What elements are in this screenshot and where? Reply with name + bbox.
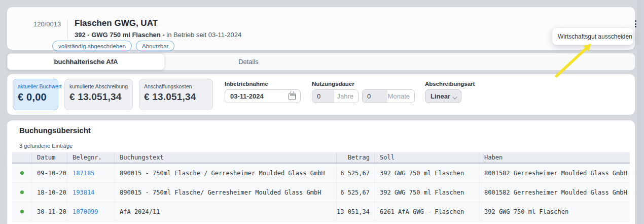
vertical-scrollbar[interactable] (637, 0, 644, 224)
tab-bar: buchhalterische AfA Details (7, 53, 635, 70)
bookings-panel: Buchungsübersicht 3 gefundene Einträge D… (7, 120, 635, 224)
cell-betrag: € 6 525,67 (336, 183, 374, 202)
depreciation-method-label: Abschreibungsart (425, 81, 475, 87)
cell-soll: 6261 AfA GWG - Flaschen (374, 202, 479, 221)
useful-life-years-field[interactable]: 0 Jahre (312, 89, 359, 103)
months-value: 0 (363, 90, 387, 103)
green-dot-icon (20, 210, 24, 213)
col-buchungstext: Buchungstext (114, 152, 336, 163)
bookings-count: 3 gefundene Einträge (19, 143, 73, 149)
cell-haben: 8001582 Gerresheimer Moulded Glass GmbH (479, 164, 630, 182)
asset-header-card: 120/0013 Flaschen GWG, UAT 392 - GWG 750… (7, 7, 635, 50)
asset-inservice-label: in Betrieb seit 03-11-2024 (165, 31, 242, 39)
page-title: Flaschen GWG, UAT (75, 18, 158, 28)
metric-label: Anschaffungskosten (144, 83, 208, 89)
document-link[interactable]: 187185 (73, 170, 94, 177)
commissioning-date-field[interactable]: 03-11-2024 (225, 89, 301, 103)
document-link[interactable]: 1070099 (73, 208, 98, 215)
metric-value: € 0,00 (18, 91, 54, 103)
calendar-icon[interactable] (289, 93, 296, 100)
badge-row: vollständig abgeschrieben Abnutzbar (52, 41, 174, 51)
asset-account-label: 392 - GWG 750 ml Flaschen - (75, 31, 165, 39)
status-badge-fully-depreciated: vollständig abgeschrieben (52, 41, 132, 51)
commissioning-date-label: Inbetriebnahme (225, 81, 268, 87)
col-datum: Datum (31, 152, 67, 163)
metric-acquisition-cost: Anschaffungskosten € 13.051,34 (139, 79, 213, 110)
col-belegnr: Belegnr. (67, 152, 114, 163)
col-soll: Soll (374, 152, 479, 163)
cell-soll: 392 GWG 750 ml Flaschen (374, 164, 479, 182)
asset-id: 120/0013 (33, 20, 61, 28)
cell-buchungstext: 890015 - 750ml Flasche/ Gerresheimer Mou… (114, 183, 336, 202)
context-menu: Wirtschaftsgut ausscheiden (552, 28, 633, 45)
green-dot-icon (20, 171, 24, 175)
cell-haben: 8001582 Gerresheimer Moulded Glass GmbH (479, 183, 630, 202)
menu-item-dispose-asset[interactable]: Wirtschaftsgut ausscheiden (552, 33, 633, 40)
metric-value: € 13.051,34 (69, 91, 128, 103)
cell-haben: 392 GWG 750 ml Flaschen (479, 202, 630, 221)
green-dot-icon (20, 190, 24, 194)
years-value: 0 (312, 90, 334, 103)
cell-datum: 09-10-2024 (31, 164, 67, 182)
chevron-down-icon (453, 94, 457, 99)
table-row[interactable]: 18-10-2024 193814 890015 - 750ml Flasche… (12, 183, 630, 202)
metric-value: € 13.051,34 (144, 91, 208, 103)
metric-label: kumulierte Abschreibung (69, 83, 128, 89)
depreciation-panel: aktueller Buchwert € 0,00 kumulierte Abs… (7, 74, 635, 115)
asset-subtitle: 392 - GWG 750 ml Flaschen - in Betrieb s… (75, 31, 241, 39)
header-divider (67, 19, 68, 40)
bookings-title: Buchungsübersicht (19, 126, 91, 135)
col-haben: Haben (479, 152, 630, 163)
cell-datum: 30-11-2024 (31, 202, 67, 221)
depreciation-method-value: Linear (431, 92, 450, 100)
metric-label: aktueller Buchwert (18, 83, 54, 89)
useful-life-months-field[interactable]: 0 Monate (362, 89, 415, 103)
table-header-row: Datum Belegnr. Buchungstext Betrag Soll … (12, 152, 630, 164)
tab-details[interactable]: Details (165, 53, 332, 70)
metric-accumulated-depreciation: kumulierte Abschreibung € 13.051,34 (64, 79, 133, 110)
metric-current-book-value: aktueller Buchwert € 0,00 (13, 79, 58, 110)
table-row[interactable]: 30-11-2024 1070099 AfA 2024/11 € -13 051… (12, 202, 630, 221)
cell-soll: 392 GWG 750 ml Flaschen (374, 183, 479, 202)
bookings-table: Datum Belegnr. Buchungstext Betrag Soll … (12, 152, 630, 221)
col-betrag: Betrag (336, 152, 374, 163)
cell-datum: 18-10-2024 (31, 183, 67, 202)
document-link[interactable]: 193814 (73, 189, 94, 196)
commissioning-date-value: 03-11-2024 (230, 92, 264, 100)
useful-life-label: Nutzungsdauer (312, 81, 354, 87)
cell-betrag: € -13 051,34 (336, 202, 374, 221)
depreciation-method-select[interactable]: Linear (425, 89, 461, 103)
cell-betrag: € 6 525,67 (336, 164, 374, 182)
cell-buchungstext: 890015 - 750ml Flasche / Gerresheimer Mo… (114, 164, 336, 182)
cell-buchungstext: AfA 2024/11 (114, 202, 336, 221)
tab-buchhalterische-afa[interactable]: buchhalterische AfA (7, 53, 165, 70)
table-row[interactable]: 09-10-2024 187185 890015 - 750ml Flasche… (12, 164, 630, 183)
months-suffix: Monate (387, 90, 414, 103)
years-suffix: Jahre (334, 90, 358, 103)
status-badge-depreciable: Abnutzbar (136, 41, 174, 51)
col-status (12, 152, 31, 163)
